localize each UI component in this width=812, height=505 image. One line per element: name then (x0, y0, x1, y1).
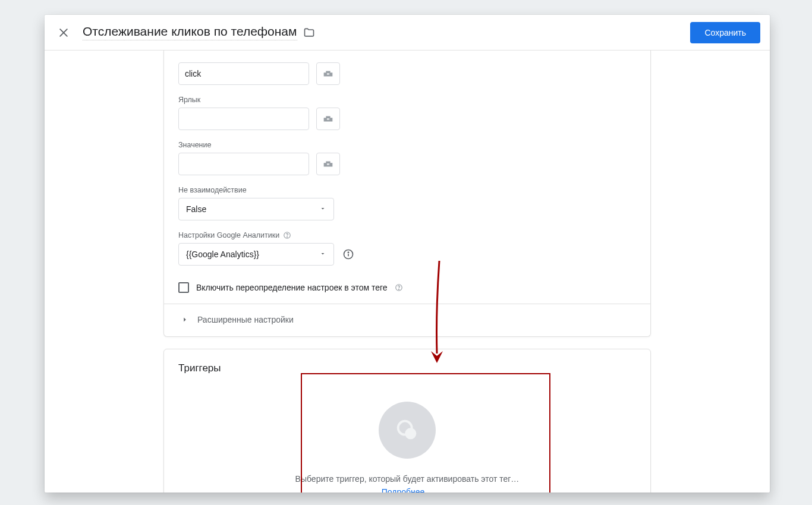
save-button[interactable]: Сохранить (690, 22, 760, 43)
field-value: Значение (178, 141, 636, 175)
close-button[interactable] (49, 18, 78, 47)
field-noninteraction: Не взаимодействие False (178, 186, 636, 220)
help-icon[interactable] (395, 283, 403, 292)
noninteraction-label: Не взаимодействие (178, 186, 636, 194)
variable-brick-icon (322, 67, 335, 80)
label-label: Ярлык (178, 96, 636, 104)
tag-title[interactable]: Отслеживание кликов по телефонам (83, 24, 297, 40)
svg-rect-5 (328, 118, 329, 120)
label-input[interactable] (178, 108, 309, 130)
info-icon[interactable] (341, 247, 355, 261)
advanced-settings-label: Расширенные настройки (197, 315, 294, 324)
folder-icon[interactable] (303, 27, 315, 39)
field-label: Ярлык (178, 96, 636, 130)
ga-settings-label: Настройки Google Аналитики (178, 231, 636, 239)
close-icon (58, 27, 70, 39)
svg-point-11 (348, 252, 348, 252)
svg-point-14 (398, 289, 399, 289)
help-icon[interactable] (283, 231, 291, 239)
svg-rect-3 (328, 73, 329, 75)
svg-rect-2 (327, 73, 328, 75)
variable-brick-icon (322, 112, 335, 125)
dialog-body: Ярлык Значение (45, 50, 770, 493)
advanced-settings-toggle[interactable]: Расширенные настройки (178, 304, 636, 336)
value-variable-button[interactable] (316, 153, 340, 175)
triggers-card[interactable]: Триггеры Выберите триггер, который будет… (163, 349, 651, 493)
chevron-down-icon (319, 204, 326, 214)
add-trigger-button[interactable] (379, 402, 436, 459)
action-variable-button[interactable] (316, 62, 340, 85)
svg-rect-4 (327, 118, 328, 120)
svg-rect-7 (328, 163, 329, 165)
value-label: Значение (178, 141, 636, 149)
label-variable-button[interactable] (316, 108, 340, 130)
override-settings-row: Включить переопределение настроек в этом… (178, 276, 636, 304)
noninteraction-value: False (186, 204, 206, 214)
triggers-learn-more-link[interactable]: Подробнее… (282, 487, 532, 493)
field-ga-settings: Настройки Google Аналитики {{Google Anal… (178, 231, 636, 266)
variable-brick-icon (322, 157, 335, 171)
trigger-placeholder-icon (394, 416, 421, 444)
tag-editor-dialog: Отслеживание кликов по телефонам Сохрани… (45, 15, 770, 493)
triggers-empty-text: Выберите триггер, который будет активиро… (282, 474, 532, 484)
svg-rect-6 (327, 163, 328, 165)
dialog-header: Отслеживание кликов по телефонам Сохрани… (45, 15, 770, 50)
override-settings-label: Включить переопределение настроек в этом… (196, 283, 388, 292)
noninteraction-select[interactable]: False (178, 198, 334, 220)
ga-settings-select[interactable]: {{Google Analytics}} (178, 243, 334, 266)
svg-point-9 (287, 236, 288, 237)
tag-configuration-card: Ярлык Значение (163, 50, 651, 337)
svg-point-16 (405, 428, 416, 439)
override-settings-checkbox[interactable] (178, 282, 189, 293)
chevron-right-icon (181, 315, 189, 324)
action-input[interactable] (178, 62, 309, 85)
value-input[interactable] (178, 153, 309, 175)
field-action (178, 62, 636, 85)
triggers-title: Триггеры (178, 362, 636, 374)
chevron-down-icon (319, 250, 326, 259)
triggers-empty-state: Выберите триггер, который будет активиро… (282, 378, 532, 493)
ga-settings-value: {{Google Analytics}} (186, 250, 259, 259)
